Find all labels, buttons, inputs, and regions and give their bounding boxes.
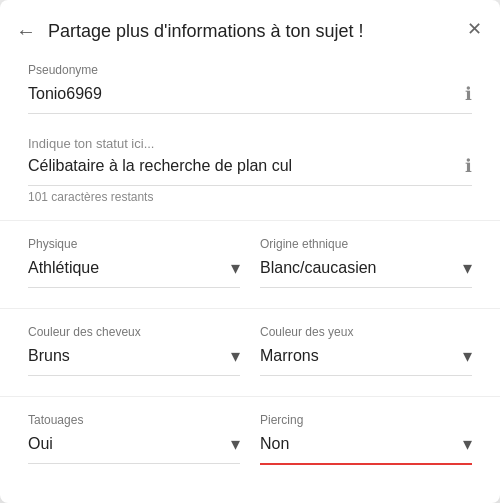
statut-value[interactable]: Célibataire à la recherche de plan cul [28,157,457,175]
piercing-dropdown-icon[interactable]: ▾ [463,433,472,455]
tatouages-dropdown-icon[interactable]: ▾ [231,433,240,455]
dialog: ← Partage plus d'informations à ton suje… [0,0,500,503]
cheveux-label: Couleur des cheveux [28,325,240,339]
statut-info-icon[interactable]: ℹ [465,155,472,177]
piercing-col: Piercing Non ▾ [260,413,472,469]
physique-value: Athlétique [28,259,231,277]
physique-origine-row: Physique Athlétique ▾ Origine ethnique B… [0,229,500,292]
divider-2 [0,308,500,309]
cheveux-col: Couleur des cheveux Bruns ▾ [28,325,240,380]
tatouages-piercing-row: Tatouages Oui ▾ Piercing Non ▾ [0,405,500,469]
yeux-dropdown-icon[interactable]: ▾ [463,345,472,367]
piercing-label: Piercing [260,413,472,427]
cheveux-yeux-row: Couleur des cheveux Bruns ▾ Couleur des … [0,317,500,380]
tatouages-select[interactable]: Oui ▾ [28,433,240,464]
physique-select[interactable]: Athlétique ▾ [28,257,240,288]
origine-value: Blanc/caucasien [260,259,463,277]
statut-hint: Indique ton statut ici... [28,136,472,151]
pseudonyme-input[interactable] [28,85,457,103]
close-button[interactable]: ✕ [467,18,482,40]
origine-dropdown-icon[interactable]: ▾ [463,257,472,279]
char-count: 101 caractères restants [28,190,472,204]
back-button[interactable]: ← [16,20,36,43]
tatouages-col: Tatouages Oui ▾ [28,413,240,469]
statut-section: Indique ton statut ici... Célibataire à … [0,128,500,204]
cheveux-value: Bruns [28,347,231,365]
origine-select[interactable]: Blanc/caucasien ▾ [260,257,472,288]
cheveux-select[interactable]: Bruns ▾ [28,345,240,376]
statut-row: Célibataire à la recherche de plan cul ℹ [28,155,472,186]
pseudonyme-section: Pseudonyme ℹ [0,55,500,114]
tatouages-label: Tatouages [28,413,240,427]
piercing-select[interactable]: Non ▾ [260,433,472,465]
pseudonyme-row: ℹ [28,83,472,114]
physique-label: Physique [28,237,240,251]
origine-col: Origine ethnique Blanc/caucasien ▾ [260,237,472,292]
dialog-title: Partage plus d'informations à ton sujet … [48,21,480,42]
yeux-select[interactable]: Marrons ▾ [260,345,472,376]
divider-1 [0,220,500,221]
piercing-value: Non [260,435,463,453]
pseudonyme-label: Pseudonyme [28,63,472,77]
origine-label: Origine ethnique [260,237,472,251]
dialog-header: ← Partage plus d'informations à ton suje… [0,0,500,55]
divider-3 [0,396,500,397]
pseudonyme-info-icon[interactable]: ℹ [465,83,472,105]
yeux-col: Couleur des yeux Marrons ▾ [260,325,472,380]
tatouages-value: Oui [28,435,231,453]
physique-col: Physique Athlétique ▾ [28,237,240,292]
cheveux-dropdown-icon[interactable]: ▾ [231,345,240,367]
yeux-value: Marrons [260,347,463,365]
physique-dropdown-icon[interactable]: ▾ [231,257,240,279]
yeux-label: Couleur des yeux [260,325,472,339]
